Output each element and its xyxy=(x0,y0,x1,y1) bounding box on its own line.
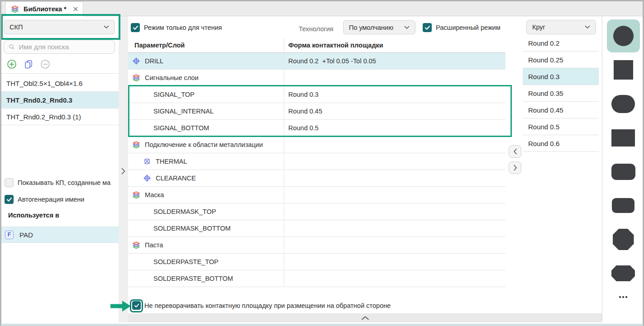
used-in-item[interactable]: F PAD xyxy=(0,227,119,243)
palette-shape-item[interactable] xyxy=(602,53,644,87)
row-label: SIGNAL_INTERNAL xyxy=(153,108,214,115)
row-value xyxy=(284,270,506,287)
list-item[interactable]: THT_Obl2.5×1_Obl4×1.6 xyxy=(0,75,119,92)
round-option[interactable]: Round 0.45 xyxy=(523,102,599,118)
round-options-list: Round 0.2 Round 0.25 Round 0.3 Round 0.3… xyxy=(523,35,599,152)
check-icon xyxy=(425,25,430,30)
round-option-label: Round 0.6 xyxy=(528,140,559,147)
row-label: SOLDERPASTE_BOTTOM xyxy=(153,275,233,282)
chevron-down-icon xyxy=(404,26,410,29)
check-icon xyxy=(134,303,139,308)
divider xyxy=(0,73,119,74)
more-shapes-button[interactable] xyxy=(602,290,644,304)
autogen-name-checkbox[interactable] xyxy=(5,195,14,204)
table-row[interactable]: Подключение к области металлизации xyxy=(128,137,506,153)
round-option[interactable]: Round 0.25 xyxy=(523,52,599,68)
technology-value: По умолчанию xyxy=(349,24,404,31)
round-option[interactable]: Round 0.2 xyxy=(523,35,599,52)
table-row[interactable]: CLEARANCE xyxy=(128,170,506,187)
show-wizard-pads-checkbox[interactable] xyxy=(5,178,14,187)
row-label: SOLDERMASK_TOP xyxy=(153,208,216,215)
search-box xyxy=(4,40,115,54)
list-item[interactable]: THT_Rnd0.2_Rnd0.3 xyxy=(0,92,119,109)
table-row[interactable]: SOLDERPASTE_TOP xyxy=(128,254,506,270)
move-left-button[interactable] xyxy=(509,145,521,158)
padstack-table: Параметр/Слой Форма контактной площадки … xyxy=(128,38,506,287)
table-row[interactable]: SIGNAL_BOTTOM Round 0.5 xyxy=(128,120,506,137)
row-value xyxy=(284,170,506,186)
table-row[interactable]: SIGNAL_INTERNAL Round 0.45 xyxy=(128,103,506,120)
palette-shape-item[interactable] xyxy=(602,189,644,222)
table-row[interactable]: SIGNAL_TOP Round 0.3 xyxy=(128,86,506,103)
thermal-icon xyxy=(143,157,152,166)
row-label: DRILL xyxy=(145,57,163,65)
chevron-up-icon[interactable] xyxy=(361,316,369,320)
row-value xyxy=(284,220,506,236)
flip-pad-checkbox[interactable] xyxy=(132,301,141,310)
tab-bar: Библиотека * xyxy=(0,0,644,16)
round-option[interactable]: Round 0.3 xyxy=(523,68,599,85)
table-row[interactable]: SOLDERPASTE_BOTTOM xyxy=(128,270,506,287)
flip-pad-row: Не переворачивать контактную площадку пр… xyxy=(132,301,391,310)
remove-pad-button[interactable] xyxy=(40,59,51,70)
library-type-value: СКП xyxy=(10,24,104,31)
palette-shape-item[interactable] xyxy=(602,222,644,256)
shape-tile xyxy=(607,223,640,256)
library-type-select[interactable]: СКП xyxy=(4,20,115,34)
sidebar-splitter[interactable] xyxy=(119,16,128,322)
palette-shape-item[interactable] xyxy=(602,256,644,290)
table-row[interactable]: Сигнальные слои xyxy=(128,70,506,86)
add-pad-button[interactable] xyxy=(6,59,17,70)
row-icon xyxy=(132,73,141,82)
round-option[interactable]: Round 0.35 xyxy=(523,85,599,102)
table-row[interactable]: SOLDERMASK_BOTTOM xyxy=(128,220,506,237)
pad-shape-icon xyxy=(614,60,633,80)
search-input[interactable] xyxy=(19,43,110,51)
chevron-down-icon xyxy=(104,25,109,29)
pad-shape-icon xyxy=(611,95,635,113)
collapse-bar[interactable] xyxy=(128,313,602,322)
pad-shape-icon xyxy=(611,129,635,146)
pad-shape-icon xyxy=(611,164,635,180)
table-row[interactable]: Паста xyxy=(128,237,506,254)
technology-label: Технология xyxy=(299,25,334,33)
tab-library[interactable]: Библиотека * xyxy=(5,1,83,16)
list-item[interactable]: THT_Rnd0.2_Rnd0.3 (1) xyxy=(0,109,119,125)
layers-icon xyxy=(132,241,141,250)
round-option-label: Round 0.45 xyxy=(528,106,563,114)
checkbox-label: Автогенерация имени xyxy=(18,196,84,203)
row-icon xyxy=(143,157,152,166)
palette-shape-item[interactable] xyxy=(602,87,644,121)
chevron-left-icon xyxy=(513,148,517,155)
table-row[interactable]: THERMAL xyxy=(128,153,506,170)
copy-pad-button[interactable] xyxy=(23,59,34,70)
pad-name: THT_Rnd0.2_Rnd0.3 xyxy=(6,96,72,104)
table-row[interactable]: SOLDERMASK_TOP xyxy=(128,203,506,220)
palette-shape-item[interactable] xyxy=(602,155,644,189)
palette-shape-item[interactable] xyxy=(602,19,644,53)
move-right-button[interactable] xyxy=(509,161,521,174)
pad-shape-icon xyxy=(612,198,634,213)
round-option[interactable]: Round 0.5 xyxy=(523,118,599,135)
row-icon xyxy=(132,57,141,66)
table-row[interactable]: DRILL Round 0.2 +Tol 0.05 -Tol 0.05 xyxy=(128,53,506,70)
row-value: Round 0.2 +Tol 0.05 -Tol 0.05 xyxy=(284,53,506,69)
readonly-checkbox[interactable] xyxy=(131,23,140,32)
close-icon[interactable] xyxy=(73,6,78,12)
layers-icon xyxy=(10,5,19,14)
used-in-list: F PAD xyxy=(0,227,119,243)
shape-palette xyxy=(602,16,644,322)
used-in-header: Используется в xyxy=(8,212,59,219)
layers-icon xyxy=(132,190,141,199)
table-row[interactable]: Маска xyxy=(128,187,506,203)
palette-shape-item[interactable] xyxy=(602,121,644,155)
chevron-right-icon[interactable] xyxy=(120,167,126,175)
shape-type-select[interactable]: Круг xyxy=(526,20,596,34)
library-editor-window: Библиотека * СКП xyxy=(0,0,644,326)
row-value xyxy=(284,203,506,220)
extended-mode-checkbox[interactable] xyxy=(423,23,432,32)
technology-select[interactable]: По умолчанию xyxy=(343,20,415,34)
remove-circle-icon xyxy=(40,59,50,69)
bottom-accent-strip xyxy=(1,324,643,326)
round-option[interactable]: Round 0.6 xyxy=(523,135,599,152)
